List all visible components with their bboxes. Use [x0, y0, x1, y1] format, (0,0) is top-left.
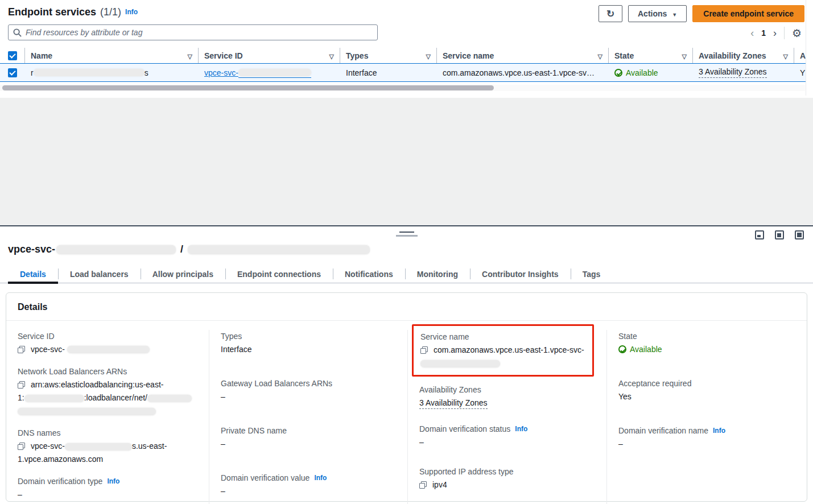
field-domain-verification-value: Domain verification value Info – — [221, 472, 397, 497]
previous-page-icon[interactable] — [750, 28, 754, 38]
resource-count: (1/1) — [100, 6, 121, 18]
info-link[interactable]: Info — [125, 8, 138, 16]
select-all-checkbox[interactable] — [8, 51, 17, 60]
info-link[interactable]: Info — [107, 475, 119, 488]
pagination-divider — [784, 27, 785, 39]
create-endpoint-service-button[interactable]: Create endpoint service — [692, 5, 804, 22]
tab-load-balancers[interactable]: Load balancers — [58, 265, 141, 283]
copy-icon[interactable] — [420, 346, 428, 354]
status-badge: Available — [614, 68, 658, 77]
table-header-row: Name Service ID Types Service name State… — [0, 48, 813, 63]
field-availability-zones: Availability Zones 3 Availability Zones — [419, 383, 596, 409]
info-link[interactable]: Info — [515, 423, 527, 435]
next-page-icon[interactable] — [773, 28, 777, 38]
copy-icon[interactable] — [18, 443, 25, 450]
redacted-value — [24, 395, 84, 402]
vpc-endpoint-services-page: Endpoint services (1/1) Info Actions Cre… — [0, 0, 813, 504]
tab-bar: Details Load balancers Allow principals … — [0, 265, 813, 283]
tab-endpoint-connections[interactable]: Endpoint connections — [225, 265, 333, 283]
tab-details[interactable]: Details — [8, 265, 58, 283]
endpoint-services-list-section: Endpoint services (1/1) Info Actions Cre… — [0, 0, 813, 98]
redacted-value — [18, 408, 156, 415]
split-panel: vpce-svc- / Details Load balancers Allow… — [0, 225, 813, 504]
sort-icon[interactable] — [779, 51, 788, 60]
redacted-value — [420, 360, 500, 367]
tab-notifications[interactable]: Notifications — [333, 265, 405, 283]
details-card-body: Service ID vpce-svc- Network Load Balanc… — [6, 321, 807, 504]
details-card: Details Service ID vpce-svc- Network L — [6, 292, 807, 502]
refresh-icon — [606, 8, 614, 20]
settings-gear-icon[interactable] — [792, 27, 802, 40]
field-domain-verification-status: Domain verification status Info – — [419, 423, 596, 448]
content-background — [0, 98, 813, 225]
field-private-dns-name: Private DNS name – — [221, 424, 397, 450]
redacted-value — [65, 443, 132, 451]
actions-button[interactable]: Actions — [628, 5, 687, 22]
actions-button-label: Actions — [638, 9, 667, 18]
details-card-header: Details — [6, 293, 807, 321]
redacted-value — [238, 69, 311, 76]
refresh-button[interactable] — [599, 5, 622, 22]
column-header-service-name[interactable]: Service name — [437, 48, 609, 63]
field-nlb-arns: Network Load Balancers ARNs arn:aws:elas… — [18, 365, 199, 417]
select-all-cell — [0, 48, 25, 63]
column-header-name[interactable]: Name — [25, 48, 199, 63]
horizontal-scrollbar[interactable] — [0, 85, 805, 91]
cell-service-name: com.amazonaws.vpce.us-east-1.vpce-sv… — [437, 68, 609, 77]
redacted-link[interactable] — [238, 68, 311, 78]
sort-icon[interactable] — [678, 51, 687, 60]
panel-size-small-icon[interactable] — [755, 230, 764, 239]
status-badge: Available — [618, 343, 797, 356]
cell-types: Interface — [340, 68, 437, 77]
copy-icon[interactable] — [419, 481, 427, 489]
vertical-scrollbar-gutter — [806, 0, 813, 96]
copy-icon[interactable] — [18, 346, 25, 353]
search-box[interactable] — [8, 24, 378, 40]
row-checkbox[interactable] — [8, 68, 17, 77]
panel-size-medium-icon[interactable] — [775, 230, 784, 239]
tab-monitoring[interactable]: Monitoring — [405, 265, 470, 283]
tab-tags[interactable]: Tags — [571, 265, 613, 283]
pagination: 1 — [750, 26, 802, 40]
info-link[interactable]: Info — [314, 472, 327, 484]
info-link[interactable]: Info — [713, 424, 725, 437]
field-service-name: Service name com.amazonaws.vpce.us-east-… — [420, 331, 587, 369]
column-header-state[interactable]: State — [609, 48, 693, 63]
caret-down-icon — [672, 9, 677, 18]
sort-icon[interactable] — [593, 51, 602, 60]
annotation-red-box: Service name com.amazonaws.vpce.us-east-… — [412, 324, 594, 377]
column-header-service-id[interactable]: Service ID — [199, 48, 340, 63]
field-service-id: Service ID vpce-svc- — [18, 330, 199, 356]
cell-availability-zones: 3 Availability Zones — [693, 67, 794, 78]
sort-icon[interactable] — [325, 51, 334, 60]
column-header-types[interactable]: Types — [340, 48, 437, 63]
service-id-link[interactable]: vpce-svc- — [204, 68, 238, 77]
redacted-value — [67, 346, 150, 353]
copy-icon[interactable] — [18, 381, 25, 389]
details-column-4: State Available Acceptance required Yes — [606, 330, 807, 504]
current-page-number[interactable]: 1 — [761, 28, 766, 38]
column-header-availability-zones[interactable]: Availability Zones — [693, 48, 794, 63]
search-icon — [13, 28, 22, 37]
panel-title: vpce-svc- / — [8, 243, 370, 255]
field-dns-names: DNS names vpce-svc-s.us-east- 1.vpce.ama… — [18, 427, 199, 465]
panel-layout-controls — [755, 230, 804, 239]
redacted-value — [34, 69, 145, 76]
check-circle-icon — [614, 69, 622, 77]
sort-icon[interactable] — [183, 51, 192, 60]
availability-zones-popover-trigger[interactable]: 3 Availability Zones — [699, 67, 767, 78]
search-input[interactable] — [26, 25, 377, 40]
split-panel-drag-handle[interactable] — [394, 232, 419, 237]
field-acceptance-required: Acceptance required Yes — [618, 377, 797, 403]
availability-zones-popover-trigger[interactable]: 3 Availability Zones — [419, 398, 488, 409]
horizontal-scrollbar-thumb[interactable] — [2, 85, 494, 90]
panel-size-large-icon[interactable] — [795, 230, 804, 239]
table-row[interactable]: r s vpce-svc- Interface com.amazonaws.vp… — [0, 63, 813, 82]
cell-service-id: vpce-svc- — [199, 68, 340, 78]
tab-contributor-insights[interactable]: Contributor Insights — [470, 265, 571, 283]
sort-icon[interactable] — [422, 51, 431, 60]
tab-allow-principals[interactable]: Allow principals — [141, 265, 225, 283]
field-glb-arns: Gateway Load Balancers ARNs – — [221, 377, 397, 403]
field-supported-ip: Supported IP address type ipv4 — [419, 465, 596, 491]
details-column-3: Service name com.amazonaws.vpce.us-east-… — [407, 330, 606, 504]
